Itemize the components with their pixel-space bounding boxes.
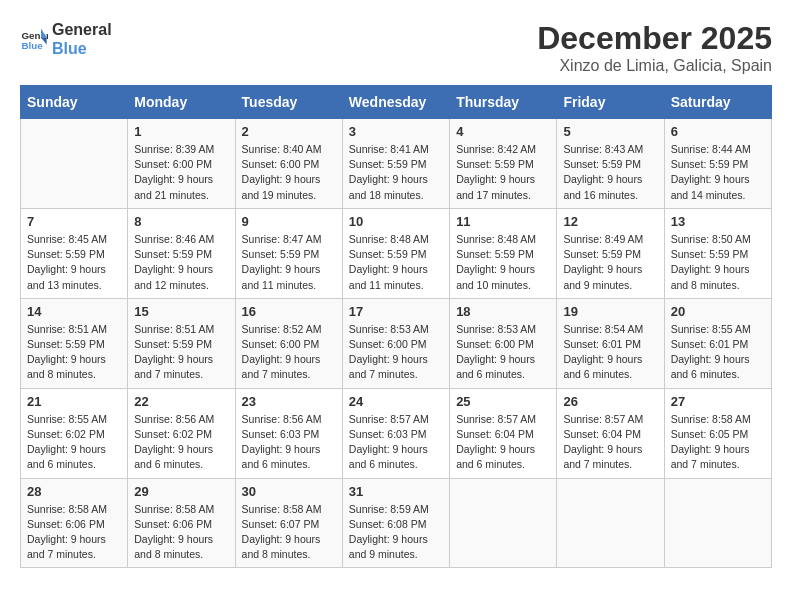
day-info: Sunrise: 8:55 AM Sunset: 6:02 PM Dayligh… — [27, 412, 121, 473]
header-tuesday: Tuesday — [235, 86, 342, 119]
day-info: Sunrise: 8:57 AM Sunset: 6:04 PM Dayligh… — [456, 412, 550, 473]
day-number: 27 — [671, 394, 765, 409]
day-number: 10 — [349, 214, 443, 229]
day-cell: 23Sunrise: 8:56 AM Sunset: 6:03 PM Dayli… — [235, 388, 342, 478]
day-cell: 11Sunrise: 8:48 AM Sunset: 5:59 PM Dayli… — [450, 208, 557, 298]
header-sunday: Sunday — [21, 86, 128, 119]
day-number: 19 — [563, 304, 657, 319]
day-cell: 9Sunrise: 8:47 AM Sunset: 5:59 PM Daylig… — [235, 208, 342, 298]
week-row-3: 14Sunrise: 8:51 AM Sunset: 5:59 PM Dayli… — [21, 298, 772, 388]
day-cell: 8Sunrise: 8:46 AM Sunset: 5:59 PM Daylig… — [128, 208, 235, 298]
day-number: 7 — [27, 214, 121, 229]
day-info: Sunrise: 8:57 AM Sunset: 6:03 PM Dayligh… — [349, 412, 443, 473]
day-info: Sunrise: 8:59 AM Sunset: 6:08 PM Dayligh… — [349, 502, 443, 563]
day-info: Sunrise: 8:42 AM Sunset: 5:59 PM Dayligh… — [456, 142, 550, 203]
day-cell: 30Sunrise: 8:58 AM Sunset: 6:07 PM Dayli… — [235, 478, 342, 568]
day-number: 31 — [349, 484, 443, 499]
day-info: Sunrise: 8:53 AM Sunset: 6:00 PM Dayligh… — [349, 322, 443, 383]
header-saturday: Saturday — [664, 86, 771, 119]
day-info: Sunrise: 8:57 AM Sunset: 6:04 PM Dayligh… — [563, 412, 657, 473]
day-number: 5 — [563, 124, 657, 139]
day-number: 15 — [134, 304, 228, 319]
calendar-header-row: SundayMondayTuesdayWednesdayThursdayFrid… — [21, 86, 772, 119]
day-number: 28 — [27, 484, 121, 499]
day-cell: 7Sunrise: 8:45 AM Sunset: 5:59 PM Daylig… — [21, 208, 128, 298]
logo: General Blue General Blue — [20, 20, 112, 58]
day-cell: 12Sunrise: 8:49 AM Sunset: 5:59 PM Dayli… — [557, 208, 664, 298]
day-cell: 31Sunrise: 8:59 AM Sunset: 6:08 PM Dayli… — [342, 478, 449, 568]
day-cell: 16Sunrise: 8:52 AM Sunset: 6:00 PM Dayli… — [235, 298, 342, 388]
day-cell — [21, 119, 128, 209]
month-title: December 2025 — [537, 20, 772, 57]
header: General Blue General Blue December 2025 … — [20, 20, 772, 75]
day-cell: 18Sunrise: 8:53 AM Sunset: 6:00 PM Dayli… — [450, 298, 557, 388]
day-number: 6 — [671, 124, 765, 139]
day-info: Sunrise: 8:48 AM Sunset: 5:59 PM Dayligh… — [456, 232, 550, 293]
day-cell: 26Sunrise: 8:57 AM Sunset: 6:04 PM Dayli… — [557, 388, 664, 478]
day-cell: 5Sunrise: 8:43 AM Sunset: 5:59 PM Daylig… — [557, 119, 664, 209]
day-info: Sunrise: 8:58 AM Sunset: 6:07 PM Dayligh… — [242, 502, 336, 563]
day-number: 14 — [27, 304, 121, 319]
day-info: Sunrise: 8:41 AM Sunset: 5:59 PM Dayligh… — [349, 142, 443, 203]
day-cell — [450, 478, 557, 568]
day-info: Sunrise: 8:39 AM Sunset: 6:00 PM Dayligh… — [134, 142, 228, 203]
day-number: 20 — [671, 304, 765, 319]
day-number: 2 — [242, 124, 336, 139]
day-number: 17 — [349, 304, 443, 319]
day-info: Sunrise: 8:49 AM Sunset: 5:59 PM Dayligh… — [563, 232, 657, 293]
week-row-5: 28Sunrise: 8:58 AM Sunset: 6:06 PM Dayli… — [21, 478, 772, 568]
day-info: Sunrise: 8:51 AM Sunset: 5:59 PM Dayligh… — [134, 322, 228, 383]
day-info: Sunrise: 8:44 AM Sunset: 5:59 PM Dayligh… — [671, 142, 765, 203]
day-number: 22 — [134, 394, 228, 409]
day-info: Sunrise: 8:50 AM Sunset: 5:59 PM Dayligh… — [671, 232, 765, 293]
day-info: Sunrise: 8:56 AM Sunset: 6:03 PM Dayligh… — [242, 412, 336, 473]
day-cell — [557, 478, 664, 568]
page-container: General Blue General Blue December 2025 … — [20, 20, 772, 568]
day-cell: 19Sunrise: 8:54 AM Sunset: 6:01 PM Dayli… — [557, 298, 664, 388]
day-cell: 29Sunrise: 8:58 AM Sunset: 6:06 PM Dayli… — [128, 478, 235, 568]
day-number: 21 — [27, 394, 121, 409]
day-info: Sunrise: 8:58 AM Sunset: 6:06 PM Dayligh… — [134, 502, 228, 563]
day-number: 12 — [563, 214, 657, 229]
header-thursday: Thursday — [450, 86, 557, 119]
day-cell: 1Sunrise: 8:39 AM Sunset: 6:00 PM Daylig… — [128, 119, 235, 209]
day-cell — [664, 478, 771, 568]
day-info: Sunrise: 8:48 AM Sunset: 5:59 PM Dayligh… — [349, 232, 443, 293]
title-section: December 2025 Xinzo de Limia, Galicia, S… — [537, 20, 772, 75]
day-info: Sunrise: 8:55 AM Sunset: 6:01 PM Dayligh… — [671, 322, 765, 383]
day-cell: 4Sunrise: 8:42 AM Sunset: 5:59 PM Daylig… — [450, 119, 557, 209]
day-number: 23 — [242, 394, 336, 409]
day-cell: 27Sunrise: 8:58 AM Sunset: 6:05 PM Dayli… — [664, 388, 771, 478]
day-info: Sunrise: 8:53 AM Sunset: 6:00 PM Dayligh… — [456, 322, 550, 383]
day-cell: 28Sunrise: 8:58 AM Sunset: 6:06 PM Dayli… — [21, 478, 128, 568]
day-number: 3 — [349, 124, 443, 139]
week-row-1: 1Sunrise: 8:39 AM Sunset: 6:00 PM Daylig… — [21, 119, 772, 209]
day-cell: 2Sunrise: 8:40 AM Sunset: 6:00 PM Daylig… — [235, 119, 342, 209]
day-number: 11 — [456, 214, 550, 229]
day-cell: 21Sunrise: 8:55 AM Sunset: 6:02 PM Dayli… — [21, 388, 128, 478]
header-monday: Monday — [128, 86, 235, 119]
day-info: Sunrise: 8:45 AM Sunset: 5:59 PM Dayligh… — [27, 232, 121, 293]
day-info: Sunrise: 8:58 AM Sunset: 6:06 PM Dayligh… — [27, 502, 121, 563]
day-cell: 24Sunrise: 8:57 AM Sunset: 6:03 PM Dayli… — [342, 388, 449, 478]
day-info: Sunrise: 8:46 AM Sunset: 5:59 PM Dayligh… — [134, 232, 228, 293]
day-number: 9 — [242, 214, 336, 229]
location-title: Xinzo de Limia, Galicia, Spain — [537, 57, 772, 75]
day-info: Sunrise: 8:51 AM Sunset: 5:59 PM Dayligh… — [27, 322, 121, 383]
day-number: 16 — [242, 304, 336, 319]
day-number: 26 — [563, 394, 657, 409]
day-info: Sunrise: 8:40 AM Sunset: 6:00 PM Dayligh… — [242, 142, 336, 203]
day-number: 8 — [134, 214, 228, 229]
day-cell: 14Sunrise: 8:51 AM Sunset: 5:59 PM Dayli… — [21, 298, 128, 388]
day-cell: 13Sunrise: 8:50 AM Sunset: 5:59 PM Dayli… — [664, 208, 771, 298]
day-number: 24 — [349, 394, 443, 409]
week-row-4: 21Sunrise: 8:55 AM Sunset: 6:02 PM Dayli… — [21, 388, 772, 478]
day-number: 13 — [671, 214, 765, 229]
header-wednesday: Wednesday — [342, 86, 449, 119]
day-cell: 25Sunrise: 8:57 AM Sunset: 6:04 PM Dayli… — [450, 388, 557, 478]
day-cell: 15Sunrise: 8:51 AM Sunset: 5:59 PM Dayli… — [128, 298, 235, 388]
day-info: Sunrise: 8:47 AM Sunset: 5:59 PM Dayligh… — [242, 232, 336, 293]
day-info: Sunrise: 8:56 AM Sunset: 6:02 PM Dayligh… — [134, 412, 228, 473]
header-friday: Friday — [557, 86, 664, 119]
logo-general: General — [52, 20, 112, 39]
